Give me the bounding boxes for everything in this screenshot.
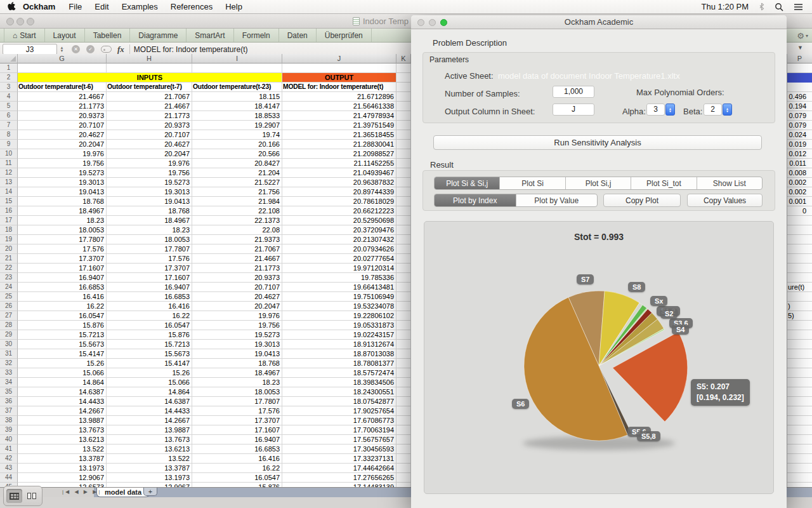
cell[interactable] [396, 425, 411, 435]
cell[interactable] [396, 178, 411, 187]
row-header-36[interactable]: 36 [0, 397, 18, 406]
cell[interactable] [787, 225, 812, 235]
ockham-titlebar[interactable]: Ockham Academic [411, 15, 787, 29]
page-layout-view-button[interactable] [23, 489, 39, 503]
cell[interactable]: 21.28830041 [282, 140, 396, 149]
cell-header[interactable]: Outdoor temperature(t-23) [192, 83, 282, 92]
cell[interactable] [396, 168, 411, 178]
cell[interactable]: 18.57572474 [282, 368, 396, 378]
run-sensitivity-analysis-button[interactable]: Run Sensitivity Analysis [433, 135, 762, 150]
cell[interactable]: 16.6853 [192, 444, 282, 454]
cell[interactable] [787, 235, 812, 244]
ribbon-tab-diagramme[interactable]: Diagramme [130, 29, 187, 42]
cell[interactable] [396, 254, 411, 264]
cell[interactable]: 0.079 [787, 111, 812, 121]
cell[interactable]: 19.75106949 [282, 292, 396, 302]
cell[interactable]: 18.07542877 [282, 397, 396, 406]
cell[interactable]: 14.4433 [107, 406, 192, 416]
cell[interactable]: 13.9887 [18, 416, 107, 425]
cell-reference-box[interactable]: J3 [3, 44, 57, 55]
cell[interactable]: 17.27656265 [282, 473, 396, 483]
cell[interactable]: 13.522 [107, 454, 192, 464]
cell[interactable]: 21.4667 [18, 92, 107, 102]
row-header-33[interactable]: 33 [0, 368, 18, 378]
cell[interactable] [396, 130, 411, 140]
cell[interactable] [396, 416, 411, 425]
cell[interactable]: 0.496 [787, 92, 812, 102]
cell[interactable]: 0.079 [787, 121, 812, 130]
cell[interactable] [396, 73, 411, 83]
row-header-21[interactable]: 21 [0, 254, 18, 264]
confirm-entry-icon[interactable]: ✓ [86, 45, 95, 53]
cell[interactable]: 19.785336 [282, 273, 396, 283]
cell[interactable]: 17.44642664 [282, 464, 396, 473]
cell[interactable] [396, 454, 411, 464]
cell[interactable]: 16.416 [107, 302, 192, 311]
cell[interactable] [396, 349, 411, 359]
row-header-11[interactable]: 11 [0, 159, 18, 168]
tab-scroll-arrows[interactable]: |◀ ◀ ▶ ▶| [62, 489, 102, 495]
cell[interactable]: 18.23 [18, 216, 107, 225]
cell[interactable] [396, 302, 411, 311]
cell[interactable]: 20.02777654 [282, 254, 396, 264]
cell[interactable]: 18.8533 [192, 111, 282, 121]
cell[interactable] [396, 159, 411, 168]
cell[interactable]: 21.5227 [192, 178, 282, 187]
cell[interactable]: 16.22 [107, 311, 192, 321]
search-icon[interactable] [775, 3, 783, 11]
cell[interactable] [396, 435, 411, 444]
formula-content[interactable]: MODEL for: Indoor temperature(t) [134, 45, 248, 54]
cell[interactable]: 16.6853 [18, 283, 107, 292]
cell[interactable] [787, 83, 812, 92]
cell[interactable]: 20.9373 [18, 111, 107, 121]
row-header-10[interactable]: 10 [0, 149, 18, 159]
formula-bar-collapse-icon[interactable]: ▼ [797, 44, 803, 51]
cell[interactable] [396, 264, 411, 273]
column-header-H[interactable]: H [107, 54, 192, 64]
cell[interactable]: 19.22806102 [282, 311, 396, 321]
cell[interactable]: 19.3013 [107, 187, 192, 197]
cell[interactable]: 19.976 [192, 311, 282, 321]
cell[interactable]: 13.3787 [18, 454, 107, 464]
cell[interactable] [396, 92, 411, 102]
cell[interactable] [396, 273, 411, 283]
cell[interactable]: 20.4627 [107, 140, 192, 149]
row-header-42[interactable]: 42 [0, 454, 18, 464]
cell[interactable] [282, 64, 396, 73]
segment-plot-by-value[interactable]: Plot by Value [516, 194, 598, 206]
cell[interactable] [787, 292, 812, 302]
cell[interactable]: 18.23 [107, 225, 192, 235]
ribbon-tab-daten[interactable]: Daten [279, 29, 317, 42]
close-button[interactable] [6, 18, 14, 25]
cell[interactable]: 17.7807 [192, 397, 282, 406]
row-header-27[interactable]: 27 [0, 311, 18, 321]
fx-icon[interactable]: fx [117, 44, 124, 55]
cell[interactable]: 13.3787 [107, 464, 192, 473]
worksheet-grid-right-fragment[interactable]: P0.4960.1940.0790.0790.0240.0190.0120.01… [787, 54, 812, 488]
cell[interactable] [396, 283, 411, 292]
alpha-input[interactable]: 3 [646, 104, 665, 116]
cell[interactable] [787, 464, 812, 473]
row-header-34[interactable]: 34 [0, 378, 18, 387]
row-header-1[interactable]: 1 [0, 64, 18, 73]
cell[interactable]: 21.36518455 [282, 130, 396, 140]
cell[interactable]: 14.864 [18, 378, 107, 387]
row-header-13[interactable]: 13 [0, 178, 18, 187]
cell-header[interactable]: Outdoor temperature(t-7) [107, 83, 192, 92]
row-header-12[interactable]: 12 [0, 168, 18, 178]
cell[interactable]: 20.2047 [18, 140, 107, 149]
cell[interactable]: 13.1973 [18, 464, 107, 473]
row-header-20[interactable]: 20 [0, 244, 18, 254]
cell[interactable]: 18.768 [192, 359, 282, 368]
cell[interactable]: 0.194 [787, 102, 812, 111]
menu-item-references[interactable]: References [164, 0, 219, 14]
row-header-24[interactable]: 24 [0, 283, 18, 292]
cell[interactable]: 16.0547 [18, 311, 107, 321]
row-header-19[interactable]: 19 [0, 235, 18, 244]
cell[interactable]: 21.47978934 [282, 111, 396, 121]
cell[interactable]: 20.7107 [18, 121, 107, 130]
row-header-37[interactable]: 37 [0, 406, 18, 416]
sheet-tab-model-data[interactable]: model data [96, 488, 150, 497]
segment-plot-by-index[interactable]: Plot by Index [435, 194, 516, 206]
beta-stepper[interactable]: ▲▼ [723, 104, 732, 116]
